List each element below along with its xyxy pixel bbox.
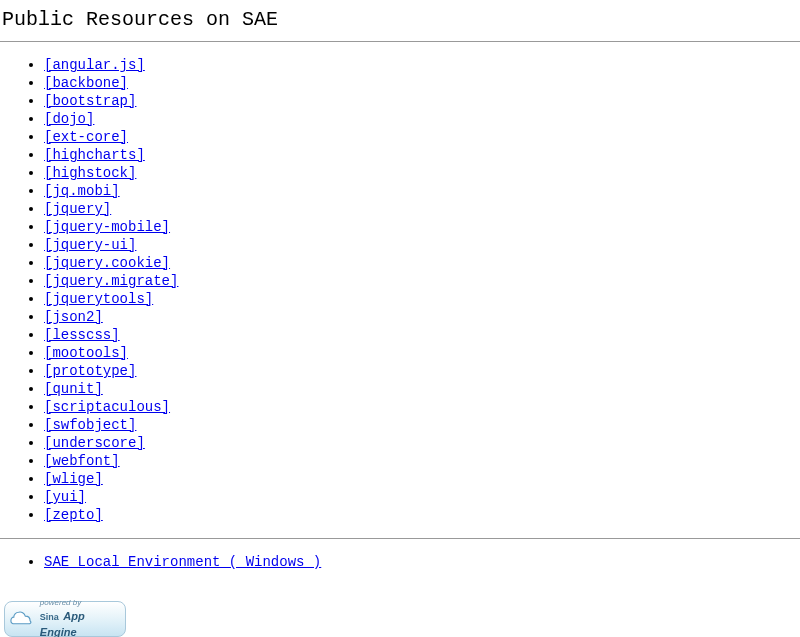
- library-link[interactable]: [yui]: [44, 489, 86, 505]
- library-link[interactable]: [highstock]: [44, 165, 136, 181]
- badge-text: powered by Sina App Engine: [40, 599, 121, 637]
- divider-top: [0, 41, 800, 42]
- library-link[interactable]: [lesscss]: [44, 327, 120, 343]
- badge-brand-label: Sina: [40, 612, 59, 622]
- extra-links-list: SAE Local Environment ( Windows ): [0, 553, 800, 571]
- library-link[interactable]: [bootstrap]: [44, 93, 136, 109]
- badge-powered-label: powered by: [40, 599, 121, 607]
- list-item: [wlige]: [44, 470, 800, 488]
- list-item: [jquery.migrate]: [44, 272, 800, 290]
- library-link[interactable]: [jquery.cookie]: [44, 255, 170, 271]
- list-item: [yui]: [44, 488, 800, 506]
- list-item: [prototype]: [44, 362, 800, 380]
- list-item: [ext-core]: [44, 128, 800, 146]
- list-item: [jquery-mobile]: [44, 218, 800, 236]
- list-item: [backbone]: [44, 74, 800, 92]
- library-link[interactable]: [webfont]: [44, 453, 120, 469]
- library-link[interactable]: [jquery]: [44, 201, 111, 217]
- list-item: [jquery.cookie]: [44, 254, 800, 272]
- library-link[interactable]: [jquery-mobile]: [44, 219, 170, 235]
- library-link[interactable]: [scriptaculous]: [44, 399, 170, 415]
- list-item: [qunit]: [44, 380, 800, 398]
- list-item: [mootools]: [44, 344, 800, 362]
- library-list: [angular.js][backbone][bootstrap][dojo][…: [0, 56, 800, 524]
- page-title: Public Resources on SAE: [0, 0, 800, 41]
- list-item: [dojo]: [44, 110, 800, 128]
- list-item: [bootstrap]: [44, 92, 800, 110]
- list-item: [highstock]: [44, 164, 800, 182]
- library-link[interactable]: [backbone]: [44, 75, 128, 91]
- divider-bottom: [0, 538, 800, 539]
- library-link[interactable]: [jq.mobi]: [44, 183, 120, 199]
- library-link[interactable]: [dojo]: [44, 111, 94, 127]
- library-link[interactable]: [highcharts]: [44, 147, 145, 163]
- list-item: [underscore]: [44, 434, 800, 452]
- list-item: [highcharts]: [44, 146, 800, 164]
- list-item: [jq.mobi]: [44, 182, 800, 200]
- library-link[interactable]: [json2]: [44, 309, 103, 325]
- list-item: [lesscss]: [44, 326, 800, 344]
- library-link[interactable]: [zepto]: [44, 507, 103, 523]
- library-link[interactable]: [mootools]: [44, 345, 128, 361]
- list-item: [jquery]: [44, 200, 800, 218]
- list-item: [angular.js]: [44, 56, 800, 74]
- list-item: [zepto]: [44, 506, 800, 524]
- library-link[interactable]: [jquery.migrate]: [44, 273, 178, 289]
- library-link[interactable]: [wlige]: [44, 471, 103, 487]
- library-link[interactable]: [ext-core]: [44, 129, 128, 145]
- library-link[interactable]: [jquery-ui]: [44, 237, 136, 253]
- list-item: SAE Local Environment ( Windows ): [44, 553, 800, 571]
- library-link[interactable]: [jquerytools]: [44, 291, 153, 307]
- library-link[interactable]: [qunit]: [44, 381, 103, 397]
- library-link[interactable]: [angular.js]: [44, 57, 145, 73]
- list-item: [jquery-ui]: [44, 236, 800, 254]
- extra-link[interactable]: SAE Local Environment ( Windows ): [44, 554, 321, 570]
- library-link[interactable]: [prototype]: [44, 363, 136, 379]
- list-item: [swfobject]: [44, 416, 800, 434]
- sae-badge[interactable]: powered by Sina App Engine: [4, 601, 126, 637]
- list-item: [jquerytools]: [44, 290, 800, 308]
- list-item: [json2]: [44, 308, 800, 326]
- library-link[interactable]: [swfobject]: [44, 417, 136, 433]
- list-item: [scriptaculous]: [44, 398, 800, 416]
- library-link[interactable]: [underscore]: [44, 435, 145, 451]
- cloud-icon: [9, 609, 36, 629]
- list-item: [webfont]: [44, 452, 800, 470]
